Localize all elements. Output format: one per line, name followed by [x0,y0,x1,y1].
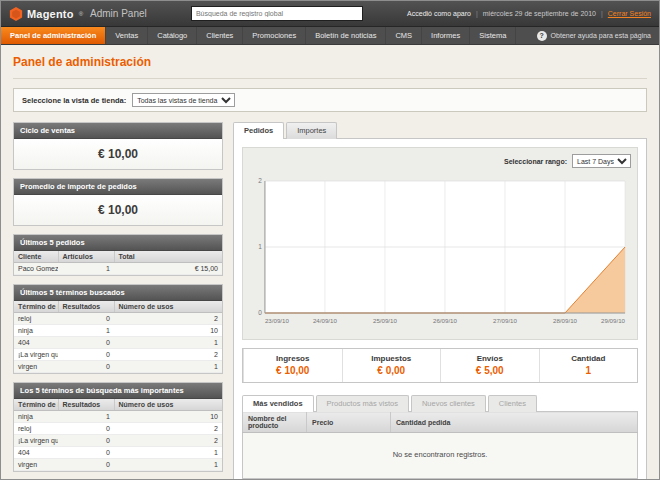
svg-text:1: 1 [258,243,262,250]
cell-uses: 10 [114,325,222,337]
last-orders-table: ClienteArtículosTotal Paco Gomez 1 € 15,… [14,251,222,275]
logo[interactable]: Magento® Admin Panel [9,7,147,21]
stat-item: Envíos € 5,00 [440,349,539,382]
range-select[interactable]: Last 7 Days [572,154,631,168]
main-nav: Panel de administración Ventas Catálogo … [1,27,659,45]
chart-section: Seleccionar rango: Last 7 Days 01223/09/… [242,147,638,340]
range-selector-row: Seleccionar rango: Last 7 Days [249,154,631,168]
nav-item-label: CMS [395,31,412,40]
column-header: Resultados [58,399,114,411]
nav-item[interactable]: Clientes [197,27,243,44]
tab-label: Más vendidos [253,399,303,408]
column-header: Artículos [58,251,114,263]
table-row[interactable]: ¡La virgen que cuadro! 0 2 [14,349,222,361]
nav-item-label: Boletín de noticias [315,31,376,40]
table-row[interactable]: reloj 0 2 [14,423,222,435]
table-row[interactable]: 404 0 1 [14,337,222,349]
top-search-terms-table: Término de búsquedaResultadosNúmero de u… [14,399,222,471]
cell-uses: 2 [114,423,222,435]
empty-row: No se encontraron registros. [243,433,638,479]
tab-label: Importes [297,126,326,135]
nav-item[interactable]: Boletín de noticias [306,27,386,44]
page-title: Panel de administración [13,53,647,79]
nav-item-label: Clientes [206,31,233,40]
bestsellers-table: Nombre del productoPrecioCantidad pedida… [242,411,638,479]
nav-item[interactable]: Sistema [470,27,516,44]
column-header: Término de búsqueda [14,301,58,313]
cell-results: 0 [58,337,114,349]
dashboard-content: Panel de administración Seleccione la vi… [1,45,659,480]
cell-results: 0 [58,423,114,435]
svg-text:27/09/10: 27/09/10 [493,317,518,324]
cell-total: € 15,00 [114,263,222,275]
grid-tab[interactable]: Nuevos clientes [411,395,486,412]
cell-results: 0 [58,435,114,447]
svg-text:25/09/10: 25/09/10 [373,317,398,324]
last-search-terms-card: Últimos 5 términos buscados Término de b… [13,284,223,374]
nav-item[interactable]: Informes [422,27,470,44]
range-label: Seleccionar rango: [504,158,567,165]
nav-item[interactable]: Promociones [243,27,306,44]
cell-uses: 1 [114,361,222,373]
cell-results: 0 [58,361,114,373]
last-orders-card: Últimos 5 pedidos ClienteArtículosTotal … [13,234,223,276]
tab-label: Productos más vistos [327,399,398,408]
svg-text:24/09/10: 24/09/10 [313,317,338,324]
card-title: Ciclo de ventas [14,123,222,139]
nav-item-label: Panel de administración [10,31,96,40]
card-title: Últimos 5 términos buscados [14,285,222,301]
logo-text: Magento [27,8,74,20]
column-header: Total [114,251,222,263]
grid-tab[interactable]: Clientes [488,395,537,412]
table-row[interactable]: ¡La virgen que cuadro! 0 2 [14,435,222,447]
column-header: Cliente [14,251,58,263]
table-row[interactable]: virgen 0 1 [14,361,222,373]
grid-tab[interactable]: Más vendidos [242,395,314,412]
magento-admin-window: Magento® Admin Panel Accedió como aparo … [0,0,660,480]
logout-link[interactable]: Cerrar Sesión [608,10,651,17]
table-row[interactable]: ninja 1 10 [14,411,222,423]
global-search-input[interactable] [191,6,363,21]
chart-tab[interactable]: Pedidos [233,122,284,139]
stat-value: € 10,00 [244,365,342,376]
chart-tab[interactable]: Importes [286,122,337,139]
cell-results: 0 [58,313,114,325]
table-row[interactable]: Paco Gomez 1 € 15,00 [14,263,222,275]
orders-chart: 01223/09/1024/09/1025/09/1026/09/1027/09… [249,173,631,333]
table-row[interactable]: reloj 0 2 [14,313,222,325]
cell-term: ninja [14,411,58,423]
tab-label: Pedidos [244,126,273,135]
column-header: Término de búsqueda [14,399,58,411]
nav-list: Panel de administración Ventas Catálogo … [1,27,516,44]
separator: | [476,10,478,17]
grid-tab[interactable]: Productos más vistos [316,395,409,412]
nav-item[interactable]: Catálogo [148,27,197,44]
nav-item[interactable]: CMS [386,27,422,44]
table-row[interactable]: ninja 1 10 [14,325,222,337]
cell-term: ¡La virgen que cuadro! [14,349,58,361]
cell-customer: Paco Gomez [14,263,58,275]
page-help-link[interactable]: ? Obtener ayuda para esta página [537,27,659,44]
stat-value: € 0,00 [343,365,441,376]
column-header: Cantidad pedida [391,412,638,433]
header-date: miércoles 29 de septiembre de 2010 [483,10,596,17]
stat-label: Envíos [441,354,539,363]
help-label: Obtener ayuda para esta página [551,32,651,39]
help-icon: ? [537,31,547,41]
store-view-select[interactable]: Todas las vistas de tienda [132,93,235,107]
table-row[interactable]: 404 0 1 [14,447,222,459]
header-bar: Magento® Admin Panel Accedió como aparo … [1,1,659,27]
cell-term: 404 [14,447,58,459]
cell-term: ninja [14,325,58,337]
totals-row: Ingresos € 10,00 Impuestos € 0,00 Envíos [242,348,638,383]
cell-term: 404 [14,337,58,349]
column-header: Número de usos [114,301,222,313]
orders-panel: Seleccionar rango: Last 7 Days 01223/09/… [233,138,647,480]
table-row[interactable]: virgen 0 1 [14,459,222,471]
average-orders-card: Promedio de importe de pedidos € 10,00 [13,178,223,226]
store-view-label: Seleccione la vista de tienda: [22,96,126,105]
cell-term: virgen [14,361,58,373]
svg-text:29/09/10: 29/09/10 [601,317,626,324]
nav-item[interactable]: Panel de administración [1,27,106,44]
nav-item[interactable]: Ventas [106,27,148,44]
